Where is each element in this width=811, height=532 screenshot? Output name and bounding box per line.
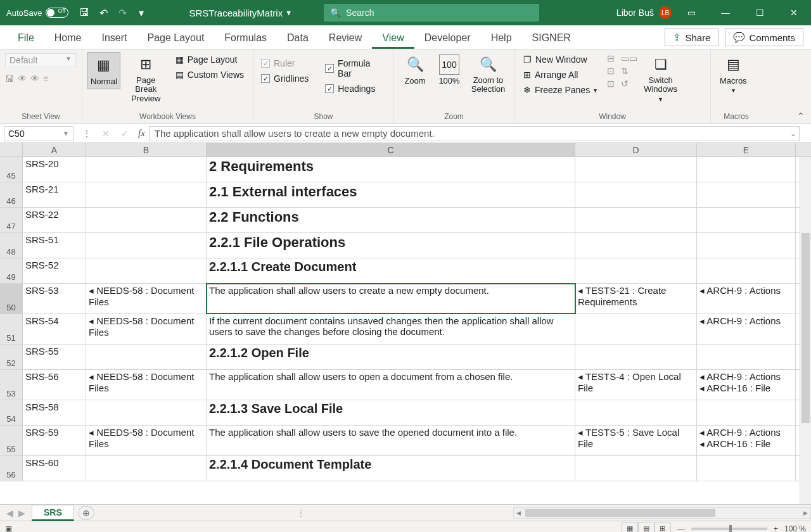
- zoom-to-selection-button[interactable]: 🔍Zoom to Selection: [468, 52, 509, 97]
- share-button[interactable]: ⇪ Share: [665, 28, 718, 46]
- cell[interactable]: The application shall allow users to ope…: [207, 370, 575, 400]
- collapse-ribbon-icon[interactable]: ⌃: [797, 111, 805, 121]
- cell[interactable]: [575, 208, 697, 232]
- cell[interactable]: ◂ ARCH-9 : Actions: [697, 284, 796, 314]
- cell[interactable]: [575, 182, 697, 207]
- cell[interactable]: [86, 456, 207, 481]
- row-header[interactable]: 46: [0, 182, 23, 207]
- cell[interactable]: SRS-55: [23, 345, 86, 369]
- zoom-level[interactable]: 100 %: [784, 524, 806, 533]
- row-header[interactable]: 45: [0, 157, 23, 182]
- close-icon[interactable]: ✕: [779, 0, 808, 25]
- row-header[interactable]: 52: [0, 345, 23, 369]
- cell[interactable]: SRS-20: [23, 157, 86, 182]
- exit-view-icon[interactable]: 👁: [18, 73, 27, 84]
- normal-view-button[interactable]: ▦ Normal: [87, 52, 120, 89]
- comments-button[interactable]: 💬 Comments: [725, 28, 803, 46]
- macros-button[interactable]: ▤Macros▾: [716, 52, 751, 96]
- tab-data[interactable]: Data: [277, 28, 319, 49]
- cell[interactable]: SRS-22: [23, 208, 86, 232]
- row-header[interactable]: 48: [0, 233, 23, 258]
- split-icon[interactable]: ⊟: [607, 53, 615, 63]
- unhide-icon[interactable]: ⊡: [607, 79, 615, 89]
- col-header-E[interactable]: E: [697, 143, 796, 156]
- col-header-C[interactable]: C: [207, 143, 575, 156]
- view-page-layout-icon[interactable]: ▤: [638, 522, 655, 533]
- cell[interactable]: [86, 258, 207, 283]
- reset-window-icon[interactable]: ↺: [621, 79, 637, 89]
- sheet-nav-prev-icon[interactable]: ◀: [6, 508, 13, 518]
- cell[interactable]: [697, 182, 796, 207]
- select-all-corner[interactable]: [0, 143, 23, 156]
- cell[interactable]: ◂ ARCH-9 : Actions: [697, 314, 796, 344]
- row-header[interactable]: 55: [0, 426, 23, 455]
- cell[interactable]: [697, 208, 796, 232]
- cell[interactable]: SRS-51: [23, 233, 86, 258]
- hide-icon[interactable]: ⊡: [607, 66, 615, 76]
- document-title[interactable]: SRSTraceabilityMatrix▼: [176, 8, 305, 18]
- tab-insert[interactable]: Insert: [91, 28, 137, 49]
- row-header[interactable]: 53: [0, 370, 23, 400]
- headings-checkbox[interactable]: ✓Headings: [322, 82, 388, 95]
- cell[interactable]: ◂ TESTS-21 : Create Requirements: [575, 284, 697, 314]
- cell[interactable]: ◂ TESTS-4 : Open Local File: [575, 370, 697, 400]
- cell[interactable]: [575, 233, 697, 258]
- tab-home[interactable]: Home: [44, 28, 92, 49]
- cell[interactable]: 2.1 External interfaces: [207, 182, 575, 207]
- formula-bar-checkbox[interactable]: ✓Formula Bar: [322, 57, 388, 80]
- cell[interactable]: [575, 345, 697, 369]
- row-header[interactable]: 50: [0, 284, 23, 314]
- col-header-A[interactable]: A: [23, 143, 86, 156]
- cell[interactable]: 2.2.1.2 Open File: [207, 345, 575, 369]
- cell[interactable]: [697, 456, 796, 481]
- cell[interactable]: SRS-60: [23, 456, 86, 481]
- cell[interactable]: 2.2.1.3 Save Local File: [207, 400, 575, 425]
- tab-formulas[interactable]: Formulas: [214, 28, 277, 49]
- avatar[interactable]: LB: [659, 6, 672, 19]
- minimize-icon[interactable]: —: [711, 0, 740, 25]
- add-sheet-button[interactable]: ⊕: [78, 506, 94, 520]
- cell[interactable]: SRS-53: [23, 284, 86, 314]
- cell[interactable]: SRS-52: [23, 258, 86, 283]
- cell[interactable]: SRS-59: [23, 426, 86, 455]
- cell[interactable]: ◂ NEEDS-58 : Document Files: [86, 370, 207, 400]
- cell[interactable]: The application shall allow users to sav…: [207, 426, 575, 455]
- row-header[interactable]: 54: [0, 400, 23, 425]
- horizontal-scrollbar[interactable]: [513, 507, 811, 519]
- view-normal-icon[interactable]: ▦: [622, 522, 638, 533]
- cell[interactable]: ◂ ARCH-9 : Actions ◂ ARCH-16 : File: [697, 426, 796, 455]
- tab-signer[interactable]: SIGNER: [522, 28, 581, 49]
- custom-views-button[interactable]: ▤ Custom Views: [172, 68, 248, 81]
- cell[interactable]: ◂ NEEDS-58 : Document Files: [86, 284, 207, 314]
- cell[interactable]: [697, 345, 796, 369]
- cell[interactable]: The application shall allow users to cre…: [207, 284, 575, 314]
- cell[interactable]: ◂ ARCH-9 : Actions ◂ ARCH-16 : File: [697, 370, 796, 400]
- name-box[interactable]: C50▼: [4, 126, 73, 141]
- cell[interactable]: [575, 456, 697, 481]
- new-view-icon[interactable]: 👁: [30, 73, 39, 84]
- autosave-toggle[interactable]: AutoSave Off: [0, 0, 75, 25]
- cell[interactable]: SRS-54: [23, 314, 86, 344]
- cancel-formula-icon[interactable]: ✕: [96, 129, 115, 139]
- cell[interactable]: 2.2.1.4 Document Template: [207, 456, 575, 481]
- maximize-icon[interactable]: ☐: [745, 0, 774, 25]
- enter-formula-icon[interactable]: ✓: [115, 129, 134, 139]
- tab-file[interactable]: File: [8, 28, 44, 49]
- cell[interactable]: [575, 258, 697, 283]
- formula-input[interactable]: The application shall allow users to cre…: [149, 126, 800, 141]
- cell[interactable]: [575, 400, 697, 425]
- sheet-view-selector[interactable]: Default▼: [5, 53, 76, 67]
- col-header-D[interactable]: D: [575, 143, 697, 156]
- cell[interactable]: SRS-21: [23, 182, 86, 207]
- cell[interactable]: [697, 400, 796, 425]
- view-page-break-icon[interactable]: ⊞: [655, 522, 671, 533]
- cell[interactable]: [697, 258, 796, 283]
- cell[interactable]: [86, 400, 207, 425]
- page-break-preview-button[interactable]: ⊞ Page Break Preview: [123, 52, 169, 106]
- save-icon[interactable]: 🖫: [75, 0, 94, 25]
- keep-view-icon[interactable]: 🖫: [5, 73, 14, 84]
- col-header-B[interactable]: B: [86, 143, 207, 156]
- row-header[interactable]: 49: [0, 258, 23, 283]
- cell[interactable]: [86, 208, 207, 232]
- cell[interactable]: ◂ NEEDS-58 : Document Files: [86, 426, 207, 455]
